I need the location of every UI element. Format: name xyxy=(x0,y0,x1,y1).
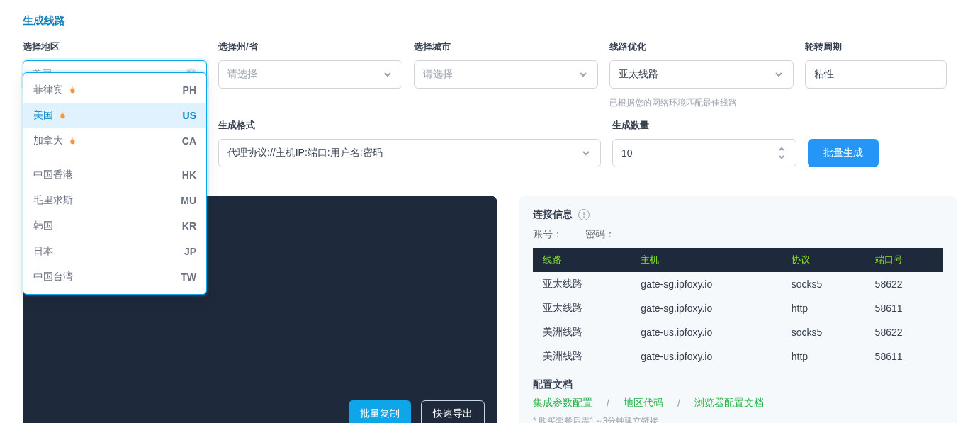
page-title: 生成线路 xyxy=(23,14,957,28)
fire-icon xyxy=(67,136,78,147)
rotate-value: 粘性 xyxy=(814,68,834,81)
city-label: 选择城市 xyxy=(414,40,598,53)
region-option[interactable]: 中国台湾TW xyxy=(23,264,206,290)
chevron-down-icon xyxy=(580,147,592,159)
chevron-down-icon xyxy=(578,69,589,80)
batch-copy-button[interactable]: 批量复制 xyxy=(349,400,411,423)
table-row: 美洲线路gate-us.ipfoxy.iohttp58611 xyxy=(533,344,943,368)
qty-input[interactable]: 10 xyxy=(612,139,796,167)
rotate-label: 轮转周期 xyxy=(805,40,947,53)
link-params[interactable]: 集成参数配置 xyxy=(533,397,592,410)
region-option[interactable]: 毛里求斯MU xyxy=(23,188,206,213)
route-opt-label: 线路优化 xyxy=(609,40,794,53)
col-port: 端口号 xyxy=(865,248,943,272)
table-row: 亚太线路gate-sg.ipfoxy.iohttp58611 xyxy=(533,296,943,320)
separator: / xyxy=(677,397,680,409)
region-option[interactable]: 中国香港HK xyxy=(23,162,206,188)
generate-button[interactable]: 批量生成 xyxy=(808,139,879,167)
doc-title: 配置文档 xyxy=(533,378,943,391)
city-placeholder: 请选择 xyxy=(423,68,453,81)
col-route: 线路 xyxy=(533,248,631,272)
rotate-select[interactable]: 粘性 xyxy=(805,60,947,89)
qty-increment[interactable] xyxy=(776,145,787,153)
region-option[interactable]: 加拿大CA xyxy=(23,128,206,154)
fire-icon xyxy=(67,85,78,96)
fire-icon xyxy=(57,111,68,121)
info-title: 连接信息 xyxy=(533,208,573,221)
region-option[interactable]: 韩国KR xyxy=(23,213,206,239)
table-row: 亚太线路gate-sg.ipfoxy.iosocks558622 xyxy=(533,272,943,296)
qty-decrement[interactable] xyxy=(776,153,787,162)
chevron-down-icon xyxy=(382,69,393,80)
table-row: 美洲线路gate-us.ipfoxy.iosocks558622 xyxy=(533,320,943,344)
info-note: * 购买套餐后需1～3分钟建立链接 xyxy=(533,415,943,423)
col-host: 主机 xyxy=(631,248,781,272)
state-label: 选择州/省 xyxy=(218,40,402,53)
connection-table: 线路 主机 协议 端口号 亚太线路gate-sg.ipfoxy.iosocks5… xyxy=(533,248,943,368)
region-dropdown[interactable]: 菲律宾PH美国US加拿大CA中国香港HK毛里求斯MU韩国KR日本JP中国台湾TW xyxy=(23,72,207,295)
city-select[interactable]: 请选择 xyxy=(414,60,598,89)
col-protocol: 协议 xyxy=(782,248,865,272)
link-region-code[interactable]: 地区代码 xyxy=(624,397,663,410)
separator: / xyxy=(607,397,609,409)
route-opt-value: 亚太线路 xyxy=(619,68,658,81)
format-label: 生成格式 xyxy=(218,119,601,132)
account-label: 账号： xyxy=(533,228,563,241)
format-value: 代理协议://主机IP:端口:用户名:密码 xyxy=(227,147,383,159)
region-option[interactable]: 美国US xyxy=(23,103,206,128)
region-label: 选择地区 xyxy=(23,40,207,53)
link-browser[interactable]: 浏览器配置文档 xyxy=(694,397,764,410)
quick-export-button[interactable]: 快速导出 xyxy=(421,400,485,423)
password-label: 密码： xyxy=(585,228,615,241)
route-hint: 已根据您的网络环境匹配最佳线路 xyxy=(609,97,794,109)
region-option[interactable]: 菲律宾PH xyxy=(23,77,206,103)
format-select[interactable]: 代理协议://主机IP:端口:用户名:密码 xyxy=(218,139,601,167)
info-icon[interactable]: ! xyxy=(578,209,590,220)
connection-info-panel: 连接信息 ! 账号： 密码： 线路 主机 协议 端口号 亚太线路gate-sg.… xyxy=(519,196,957,423)
qty-label: 生成数量 xyxy=(612,119,796,132)
chevron-down-icon xyxy=(773,69,784,80)
state-placeholder: 请选择 xyxy=(227,68,257,81)
qty-value: 10 xyxy=(621,147,633,159)
region-option[interactable]: 日本JP xyxy=(23,239,206,264)
route-opt-select[interactable]: 亚太线路 xyxy=(609,60,794,89)
state-select[interactable]: 请选择 xyxy=(218,60,402,89)
